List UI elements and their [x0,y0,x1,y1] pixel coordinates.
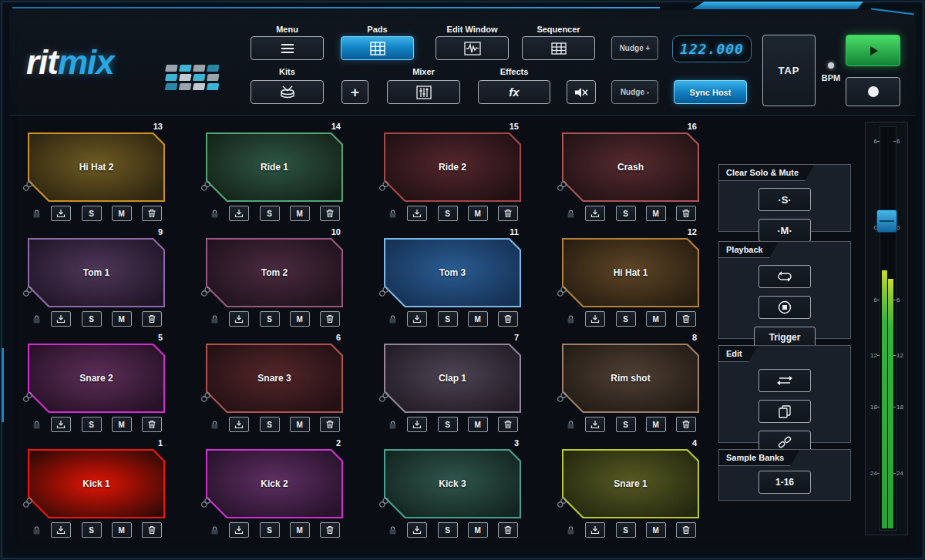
pad-solo-button[interactable]: S [260,311,280,327]
effects-button[interactable]: fx [478,80,550,104]
pad-solo-button[interactable]: S [82,522,102,538]
drum-pad[interactable]: Tom 1 [28,238,165,307]
pad-load-button[interactable] [407,522,427,538]
copy-button[interactable] [758,400,811,423]
clear-mute-button[interactable]: ·M· [758,219,811,242]
pad-solo-button[interactable]: S [616,522,636,538]
pad-lock-icon[interactable] [388,209,397,219]
drum-pad[interactable]: Ride 1 [206,132,343,202]
mute-all-button[interactable] [567,80,596,104]
pad-lock-icon[interactable] [32,525,41,535]
nudge-plus-button[interactable]: Nudge + [611,36,658,60]
pad-delete-button[interactable] [320,311,340,327]
stop-button[interactable] [758,296,811,319]
pad-delete-button[interactable] [676,522,696,538]
pad-mute-button[interactable]: M [112,206,132,221]
pad-lock-icon[interactable] [388,314,397,324]
pad-mute-button[interactable]: M [112,417,132,432]
pad-solo-button[interactable]: S [260,206,280,221]
drum-pad[interactable]: Kick 3 [384,449,521,518]
play-button[interactable] [846,35,900,66]
pad-delete-button[interactable] [676,311,696,327]
sequencer-button[interactable] [522,36,595,60]
drum-pad[interactable]: Rim shot [562,344,699,413]
pad-load-button[interactable] [407,417,427,432]
pad-load-button[interactable] [229,417,249,432]
mixer-button[interactable] [387,80,460,104]
drum-pad[interactable]: Kick 2 [206,449,343,518]
kits-button[interactable] [251,80,324,104]
pad-lock-icon[interactable] [210,314,219,324]
pad-delete-button[interactable] [320,206,340,221]
pad-delete-button[interactable] [142,417,162,432]
pad-mute-button[interactable]: M [646,311,666,327]
pad-solo-button[interactable]: S [260,417,280,432]
pad-lock-icon[interactable] [32,420,41,430]
pad-mute-button[interactable]: M [646,417,666,432]
nudge-minus-button[interactable]: Nudge - [611,80,658,104]
record-button[interactable] [846,77,900,106]
add-pad-button[interactable]: + [341,80,368,104]
pad-delete-button[interactable] [498,206,518,221]
pad-mute-button[interactable]: M [646,522,666,538]
pad-mute-button[interactable]: M [290,311,310,327]
pad-lock-icon[interactable] [32,314,41,324]
menu-button[interactable] [251,36,324,60]
sync-host-button[interactable]: Sync Host [674,80,747,104]
pad-lock-icon[interactable] [32,209,41,219]
pad-solo-button[interactable]: S [438,206,458,221]
drum-pad[interactable]: Snare 2 [28,344,165,413]
drum-pad[interactable]: Kick 1 [28,449,165,518]
pad-mute-button[interactable]: M [468,311,488,327]
pad-solo-button[interactable]: S [438,522,458,538]
drum-pad[interactable]: Hi Hat 1 [562,238,699,307]
pad-lock-icon[interactable] [388,420,397,430]
pad-load-button[interactable] [407,206,427,221]
pad-delete-button[interactable] [320,522,340,538]
pad-load-button[interactable] [51,206,71,221]
pad-lock-icon[interactable] [388,525,397,535]
pad-load-button[interactable] [51,417,71,432]
pad-mute-button[interactable]: M [468,522,488,538]
pad-solo-button[interactable]: S [82,417,102,432]
pad-solo-button[interactable]: S [82,311,102,327]
pad-load-button[interactable] [585,417,605,432]
pad-delete-button[interactable] [320,417,340,432]
pad-mute-button[interactable]: M [112,522,132,538]
pad-solo-button[interactable]: S [438,311,458,327]
pad-lock-icon[interactable] [567,525,575,535]
clear-solo-button[interactable]: ·S· [758,188,811,211]
swap-button[interactable] [758,369,811,392]
meter-fader-handle[interactable] [876,210,897,233]
pad-delete-button[interactable] [498,417,518,432]
pad-load-button[interactable] [51,311,71,327]
pads-view-button[interactable] [341,36,414,60]
drum-pad[interactable]: Ride 2 [384,132,521,202]
drum-pad[interactable]: Clap 1 [384,344,521,413]
bank-1-16-button[interactable]: 1-16 [758,471,811,494]
pad-lock-icon[interactable] [210,209,219,219]
pad-lock-icon[interactable] [210,420,219,430]
pad-load-button[interactable] [585,311,605,327]
pad-load-button[interactable] [51,522,71,538]
pad-load-button[interactable] [585,522,605,538]
pad-mute-button[interactable]: M [646,206,666,221]
pad-delete-button[interactable] [142,311,162,327]
bpm-display[interactable]: 122.000 [672,35,752,62]
pad-delete-button[interactable] [498,522,518,538]
pad-solo-button[interactable]: S [616,311,636,327]
pad-delete-button[interactable] [676,417,696,432]
pad-solo-button[interactable]: S [82,206,102,221]
pad-solo-button[interactable]: S [260,522,280,538]
pad-mute-button[interactable]: M [112,311,132,327]
pad-lock-icon[interactable] [210,525,219,535]
pad-mute-button[interactable]: M [290,417,310,432]
drum-pad[interactable]: Tom 3 [384,238,521,307]
pad-mute-button[interactable]: M [468,417,488,432]
pad-delete-button[interactable] [498,311,518,327]
drum-pad[interactable]: Snare 1 [562,449,699,518]
pad-solo-button[interactable]: S [438,417,458,432]
pad-solo-button[interactable]: S [616,417,636,432]
pad-mute-button[interactable]: M [290,522,310,538]
pad-delete-button[interactable] [142,206,162,221]
